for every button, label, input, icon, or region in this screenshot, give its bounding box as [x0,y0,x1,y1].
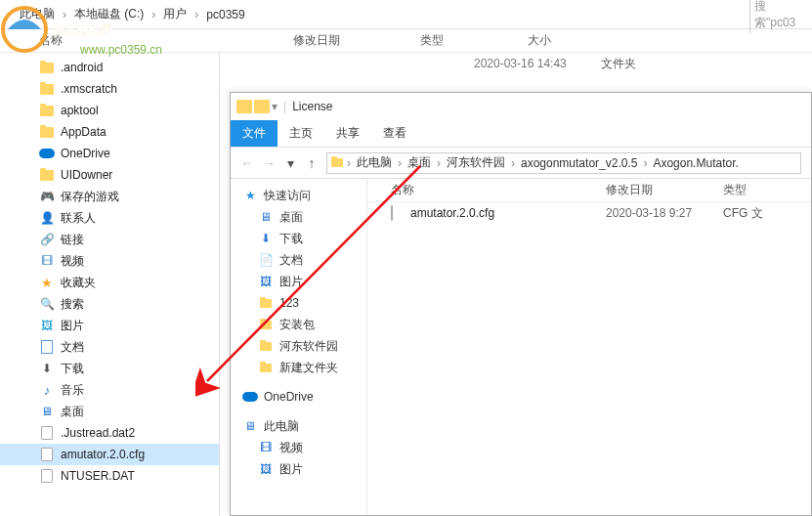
item-label: 下载 [279,231,303,247]
file-row[interactable]: amutator.2.0.cfg 2020-03-18 9:27 CFG 文 [367,202,811,224]
item-icon: 🖥 [258,210,274,224]
folder-tree[interactable]: .android.xmscratchapktoolAppDataOneDrive… [0,53,220,516]
onedrive-item[interactable]: OneDrive [231,386,366,408]
tree-item[interactable]: 🔍搜索 [0,293,219,315]
col-date[interactable]: 修改日期 [606,182,723,198]
back-button[interactable]: ← [236,155,258,171]
title-bar[interactable]: ▾ | License [231,93,811,120]
file-date: 2020-03-18 9:27 [606,206,723,220]
folder-icon [39,103,55,118]
star-icon: ★ [242,189,258,202]
tree-item[interactable]: AppData [0,121,219,143]
tree-label: 收藏夹 [61,275,96,291]
col-name[interactable]: 名称 [391,182,606,198]
tree-item[interactable]: apktool [0,100,219,121]
tree-item[interactable]: UIDowner [0,164,219,186]
chevron-down-icon[interactable]: › [4,8,14,22]
pc-item[interactable]: 🎞视频 [231,437,366,458]
crumb[interactable]: pc0359 [200,8,250,22]
chevron-right-icon: › [641,156,649,170]
col-name[interactable]: 名称 [39,32,293,49]
folder-icon [236,100,252,113]
crumb[interactable]: 河东软件园 [443,154,509,171]
tree-item[interactable]: NTUSER.DAT [0,465,219,487]
quick-access[interactable]: ★ 快速访问 [231,185,366,206]
quick-item[interactable]: 123 [231,292,366,314]
col-type[interactable]: 类型 [420,32,528,49]
contact-icon: 👤 [39,210,55,226]
tab-view[interactable]: 查看 [371,120,418,147]
crumb[interactable]: axogonmutator_v2.0.5 [517,156,641,170]
nav-pane[interactable]: ★ 快速访问 🖥桌面⬇下载📄文档🖼图片123安装包河东软件园新建文件夹 OneD… [231,179,367,515]
pic-icon: 🖼 [39,318,55,333]
disk-icon: 🎮 [39,189,55,204]
tree-label: OneDrive [61,147,110,160]
tree-item[interactable]: 🖼图片 [0,315,219,336]
item-label: 桌面 [279,209,303,226]
forward-button[interactable]: → [258,155,279,171]
tree-label: amutator.2.0.cfg [61,448,145,461]
crumb[interactable]: 此电脑 [353,154,396,171]
tree-item[interactable]: 👤联系人 [0,207,219,229]
tree-item[interactable]: .android [0,57,219,78]
item-label: 图片 [279,461,303,478]
crumb[interactable]: 桌面 [404,154,435,171]
tab-file[interactable]: 文件 [231,120,278,147]
tree-item[interactable]: 🎞视频 [0,250,219,272]
thispc-item[interactable]: 🖥 此电脑 [231,415,366,437]
tab-home[interactable]: 主页 [278,120,324,147]
tree-item[interactable]: ♪音乐 [0,379,219,401]
quick-item[interactable]: ⬇下载 [231,228,366,249]
col-date[interactable]: 修改日期 [293,32,420,49]
tree-label: UIDowner [61,168,112,182]
tree-item[interactable]: .xmscratch [0,78,219,100]
item-icon: 📄 [258,253,274,267]
address-bar[interactable]: › 此电脑 › 本地磁盘 (C:) › 用户 › pc0359 搜索"pc03 [0,0,812,29]
tree-item[interactable]: 🔗链接 [0,229,219,250]
tree-item[interactable]: OneDrive [0,143,219,164]
address-bar[interactable]: › 此电脑 › 桌面 › 河东软件园 › axogonmutator_v2.0.… [326,152,801,174]
tree-item[interactable]: ★收藏夹 [0,272,219,293]
up-button[interactable]: ↑ [301,155,322,171]
explorer-window: ▾ | License 文件 主页 共享 查看 ← → ▾ ↑ › 此电脑 › … [230,92,812,516]
tab-share[interactable]: 共享 [324,120,371,147]
music-icon: ♪ [39,382,55,398]
quick-item[interactable]: 🖼图片 [231,271,366,292]
nav-bar: ← → ▾ ↑ › 此电脑 › 桌面 › 河东软件园 › axogonmutat… [231,148,811,179]
item-icon [258,299,274,308]
search-input[interactable]: 搜索"pc03 [749,0,808,33]
quick-item[interactable]: 🖥桌面 [231,206,366,228]
tree-item[interactable]: 🎮保存的游戏 [0,186,219,207]
item-label: 河东软件园 [279,338,338,355]
tree-item[interactable]: .Justread.dat2 [0,422,219,444]
file-icon [39,447,55,462]
crumb[interactable]: 用户 [157,6,192,22]
quick-item[interactable]: 河东软件园 [231,335,366,357]
col-size[interactable]: 大小 [528,32,606,49]
folder-icon [329,158,345,167]
crumb[interactable]: 此电脑 [14,6,61,22]
crumb[interactable]: Axogon.Mutator. [649,156,742,170]
chevron-right-icon: › [192,8,200,22]
quick-item[interactable]: 新建文件夹 [231,357,366,378]
crumb[interactable]: 本地磁盘 (C:) [68,6,150,22]
tree-item[interactable]: amutator.2.0.cfg [0,444,219,465]
tree-item[interactable]: ⬇下载 [0,358,219,379]
tree-label: NTUSER.DAT [61,469,135,483]
tree-item[interactable]: 文档 [0,336,219,358]
doc-icon [39,339,55,355]
thispc-label: 此电脑 [264,418,299,435]
col-type[interactable]: 类型 [723,182,782,198]
file-list[interactable]: 名称 修改日期 类型 amutator.2.0.cfg 2020-03-18 9… [367,179,811,515]
item-label: 视频 [279,440,303,456]
tree-label: .Justread.dat2 [61,426,135,440]
link-icon: 🔗 [39,232,55,247]
pc-item[interactable]: 🖼图片 [231,458,366,480]
recent-button[interactable]: ▾ [279,155,301,171]
tree-item[interactable]: 🖥桌面 [0,401,219,422]
file-row[interactable]: 2020-03-16 14:43 文件夹 [220,53,812,74]
item-label: 新建文件夹 [279,360,338,376]
quick-item[interactable]: 安装包 [231,314,366,335]
quick-item[interactable]: 📄文档 [231,249,366,271]
tree-label: 下载 [61,361,84,377]
